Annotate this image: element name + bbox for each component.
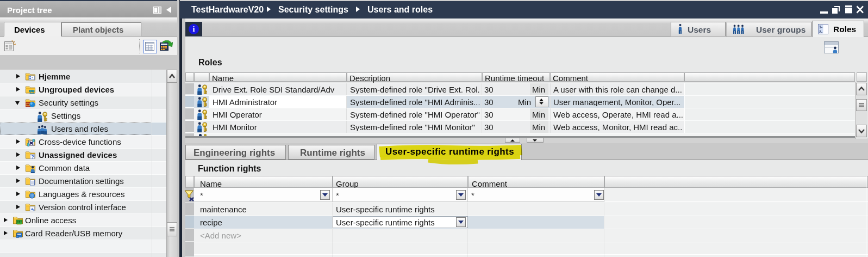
svg-text:1-: 1- (819, 25, 823, 29)
svg-text:?: ? (32, 154, 34, 160)
svg-text:2-: 2- (819, 30, 823, 34)
